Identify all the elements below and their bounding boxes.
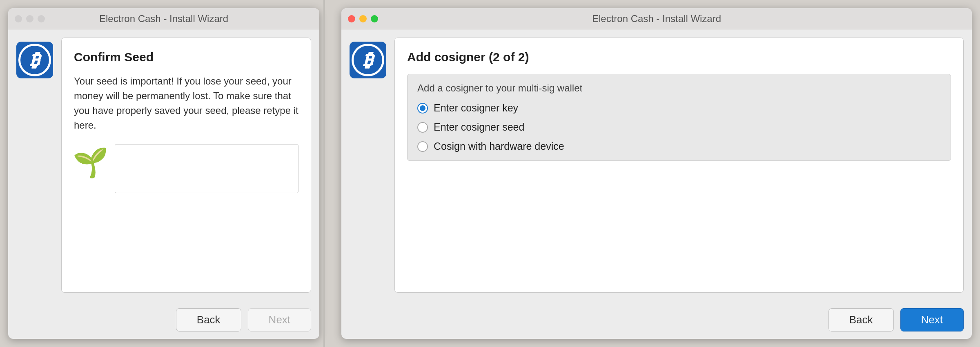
left-maximize-button[interactable]	[38, 15, 45, 22]
left-back-button[interactable]: Back	[176, 308, 241, 331]
window-divider	[323, 0, 325, 347]
right-maximize-button[interactable]	[371, 15, 378, 22]
add-cosigner-title: Add cosigner (2 of 2)	[407, 50, 951, 64]
right-titlebar: Electron Cash - Install Wizard	[341, 8, 972, 29]
right-next-button[interactable]: Next	[900, 308, 964, 331]
left-minimize-button[interactable]	[26, 15, 33, 22]
right-content: ₿ Add cosigner (2 of 2) Add a cosigner t…	[341, 29, 972, 301]
cosigner-options-panel: Add a cosigner to your multi-sig wallet …	[407, 74, 951, 161]
right-back-button[interactable]: Back	[829, 308, 894, 331]
bitcoin-logo-left: ₿	[16, 42, 53, 78]
seed-input-row: 🌱	[74, 144, 298, 193]
seed-textarea[interactable]	[115, 144, 298, 193]
left-window-controls	[15, 15, 45, 22]
left-window: Electron Cash - Install Wizard ₿ Confirm…	[8, 8, 319, 339]
right-window-controls	[348, 15, 378, 22]
radio-circle-2[interactable]	[417, 122, 428, 133]
cosigner-option-3-label: Cosign with hardware device	[434, 140, 564, 152]
left-footer: Back Next	[8, 301, 319, 339]
right-close-button[interactable]	[348, 15, 355, 22]
right-window-title: Electron Cash - Install Wizard	[592, 13, 721, 24]
left-close-button[interactable]	[15, 15, 22, 22]
bitcoin-b-icon: ₿	[30, 50, 39, 70]
bitcoin-b-icon-right: ₿	[363, 50, 372, 70]
confirm-seed-title: Confirm Seed	[74, 50, 298, 64]
cosigner-option-2[interactable]: Enter cosigner seed	[417, 121, 941, 133]
right-logo-area: ₿	[350, 38, 394, 293]
cosigner-option-1-label: Enter cosigner key	[434, 102, 518, 114]
left-content: ₿ Confirm Seed Your seed is important! I…	[8, 29, 319, 301]
right-minimize-button[interactable]	[359, 15, 367, 22]
confirm-seed-description: Your seed is important! If you lose your…	[74, 74, 298, 133]
left-main-area: Confirm Seed Your seed is important! If …	[61, 38, 311, 293]
radio-circle-1[interactable]	[417, 103, 428, 113]
cosigner-subtitle: Add a cosigner to your multi-sig wallet	[417, 82, 941, 94]
left-logo-area: ₿	[16, 38, 61, 293]
sprout-icon: 🌱	[73, 148, 108, 177]
cosigner-option-3[interactable]: Cosign with hardware device	[417, 140, 941, 152]
right-main-area: Add cosigner (2 of 2) Add a cosigner to …	[394, 38, 964, 293]
right-window: Electron Cash - Install Wizard ₿ Add cos…	[341, 8, 972, 339]
left-titlebar: Electron Cash - Install Wizard	[8, 8, 319, 29]
right-footer: Back Next	[341, 301, 972, 339]
add-cosigner-card: Add cosigner (2 of 2) Add a cosigner to …	[394, 38, 964, 293]
left-next-button[interactable]: Next	[248, 308, 311, 331]
cosigner-option-2-label: Enter cosigner seed	[434, 121, 524, 133]
bitcoin-logo-right: ₿	[350, 42, 386, 78]
radio-circle-3[interactable]	[417, 141, 428, 152]
cosigner-option-1[interactable]: Enter cosigner key	[417, 102, 941, 114]
confirm-seed-card: Confirm Seed Your seed is important! If …	[61, 38, 311, 293]
left-window-title: Electron Cash - Install Wizard	[99, 13, 228, 24]
seed-icon-area: 🌱	[74, 144, 107, 177]
